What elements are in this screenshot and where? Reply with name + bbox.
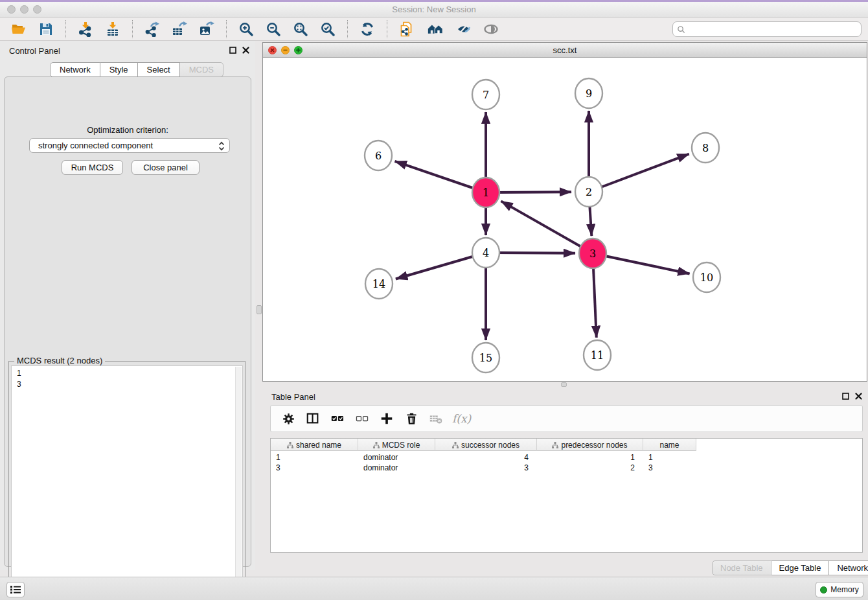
graph-node-14[interactable]: 14	[365, 269, 393, 299]
graph-edge-3-1[interactable]	[501, 201, 593, 253]
tab-network[interactable]: Network	[50, 62, 100, 77]
mcds-result-area[interactable]: 1 3	[11, 365, 243, 599]
graph-node-label-7: 7	[483, 89, 489, 101]
network-graph[interactable]: 1234678910111415	[263, 58, 867, 381]
graph-node-label-4: 4	[483, 247, 489, 259]
columns-button[interactable]	[302, 408, 324, 429]
select-all-button[interactable]	[326, 408, 348, 429]
result-scrollbar[interactable]	[235, 367, 242, 598]
column-header-successor-nodes[interactable]: successor nodes	[435, 439, 537, 451]
column-header-MCDS-role[interactable]: MCDS role	[358, 439, 435, 451]
graph-node-label-3: 3	[589, 248, 596, 260]
memory-status-icon	[820, 586, 827, 594]
column-type-icon	[287, 442, 293, 448]
optimization-criterion-select[interactable]: strongly connected component	[29, 138, 230, 153]
zoom-out-button[interactable]	[262, 19, 284, 39]
toolbar-separator	[347, 20, 348, 38]
memory-button[interactable]: Memory	[816, 582, 863, 597]
table-row[interactable]: 3dominator323	[271, 463, 696, 473]
titlebar: Session: New Session	[0, 2, 868, 17]
settings-gear-button[interactable]	[277, 408, 299, 429]
task-history-button[interactable]	[6, 582, 25, 597]
mcds-result-text: 1 3	[17, 368, 21, 390]
graph-node-11[interactable]: 11	[584, 340, 611, 370]
float-panel-button[interactable]	[229, 46, 237, 54]
selected-criterion: strongly connected component	[38, 141, 153, 150]
export-image-button[interactable]	[196, 19, 218, 39]
main-toolbar	[0, 17, 868, 41]
table-tab-node-table[interactable]: Node Table	[712, 560, 771, 575]
graph-edge-2-8[interactable]	[589, 154, 689, 192]
tab-mcds[interactable]: MCDS	[180, 62, 223, 77]
save-session-button[interactable]	[35, 19, 57, 39]
vertical-splitter-grip[interactable]	[257, 305, 262, 314]
graph-node-label-8: 8	[702, 142, 709, 154]
home-button[interactable]	[423, 19, 448, 39]
copy-network-button[interactable]	[396, 19, 418, 39]
close-panel-button[interactable]	[242, 46, 250, 54]
horizontal-splitter-grip[interactable]	[561, 382, 567, 387]
delete-column-button[interactable]	[400, 408, 422, 429]
graph-node-label-15: 15	[479, 352, 492, 364]
graph-node-2[interactable]: 2	[575, 177, 602, 207]
table-row[interactable]: 1dominator411	[271, 452, 696, 463]
table-cell: 4	[435, 452, 537, 463]
toolbar-separator	[226, 20, 227, 38]
graph-node-4[interactable]: 4	[472, 238, 499, 268]
visibility-button[interactable]	[453, 19, 475, 39]
column-header-predecessor-nodes[interactable]: predecessor nodes	[537, 439, 643, 451]
close-icon	[855, 393, 862, 400]
tab-style[interactable]: Style	[100, 62, 138, 77]
export-table-button[interactable]	[168, 19, 190, 39]
open-session-button[interactable]	[8, 19, 30, 39]
graph-node-8[interactable]: 8	[692, 133, 719, 163]
delete-table-icon	[429, 411, 443, 426]
import-table-button[interactable]	[102, 19, 124, 39]
column-header-shared-name[interactable]: shared name	[271, 439, 358, 451]
node-table[interactable]: shared nameMCDS rolesuccessor nodesprede…	[270, 438, 863, 553]
zoom-selected-button[interactable]	[317, 19, 339, 39]
table-float-button[interactable]	[841, 392, 850, 400]
table-header-row: shared nameMCDS rolesuccessor nodesprede…	[271, 439, 696, 451]
tab-select[interactable]: Select	[138, 62, 180, 77]
export-network-button[interactable]	[141, 19, 163, 39]
run-mcds-button[interactable]: Run MCDS	[62, 160, 123, 175]
graph-edge-3-10[interactable]	[593, 253, 690, 273]
graph-node-1[interactable]: 1	[472, 178, 499, 207]
table-cell: 3	[643, 463, 696, 473]
mcds-result-title: MCDS result (2 nodes)	[14, 356, 105, 365]
table-tabs: Node TableEdge TableNetwork TableMotifs	[712, 560, 868, 575]
graph-node-3[interactable]: 3	[579, 238, 606, 268]
graph-node-9[interactable]: 9	[575, 78, 602, 108]
table-tab-edge-table[interactable]: Edge Table	[771, 560, 830, 575]
import-network-button[interactable]	[74, 19, 97, 39]
refresh-layout-button[interactable]	[356, 19, 378, 39]
column-header-name[interactable]: name	[643, 439, 696, 451]
table-close-button[interactable]	[854, 392, 863, 400]
table-cell: 2	[537, 463, 643, 473]
graph-node-7[interactable]: 7	[472, 80, 499, 110]
search-box	[672, 21, 862, 37]
graph-node-10[interactable]: 10	[693, 262, 720, 292]
memory-label: Memory	[830, 585, 858, 594]
network-canvas[interactable]: 1234678910111415	[263, 58, 867, 381]
select-all-icon	[330, 411, 345, 426]
zoom-fit-button[interactable]	[290, 19, 312, 39]
zoom-in-button[interactable]	[235, 19, 257, 39]
table-cell: 3	[435, 463, 537, 473]
close-panel-button-inner[interactable]: Close panel	[131, 160, 200, 175]
eye-button[interactable]	[480, 19, 502, 39]
control-panel-tabs: NetworkStyleSelectMCDS	[50, 62, 223, 77]
delete-column-icon	[405, 412, 418, 426]
table-panel: Table Panel f(x) shared nam	[262, 387, 868, 577]
graph-node-6[interactable]: 6	[365, 141, 392, 170]
add-column-button[interactable]	[376, 408, 398, 429]
deselect-all-button[interactable]	[351, 408, 373, 429]
search-input[interactable]	[685, 23, 861, 36]
network-window-titlebar[interactable]: scc.txt	[263, 43, 867, 58]
table-tab-network-table[interactable]: Network Table	[829, 560, 868, 575]
function-builder-button[interactable]: f(x)	[452, 412, 471, 425]
graph-node-15[interactable]: 15	[472, 343, 499, 373]
graph-node-label-10: 10	[700, 271, 713, 284]
table-cell: 1	[271, 452, 358, 463]
